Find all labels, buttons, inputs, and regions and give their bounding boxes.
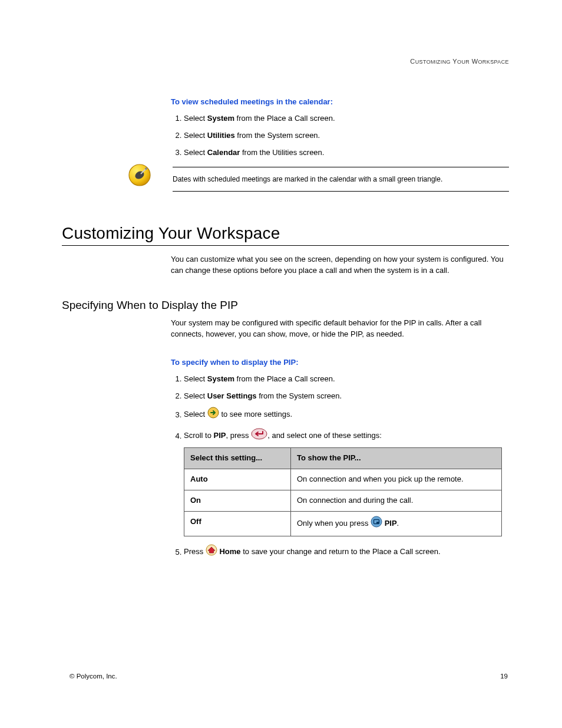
pip-intro: Your system may be configured with speci… — [171, 318, 509, 340]
section-heading: Customizing Your Workspace — [62, 224, 509, 246]
procedure-heading-pip: To specify when to display the PIP: — [171, 358, 509, 367]
calendar-step-2: Select Utilities from the System screen. — [184, 130, 509, 141]
subsection-heading: Specifying When to Display the PIP — [62, 299, 509, 312]
running-head-part2: OUR — [457, 59, 470, 65]
arrow-right-icon — [207, 407, 219, 422]
calendar-steps: Select System from the Place a Call scre… — [171, 113, 509, 159]
pip-step-5: Press Home to save your change and retur… — [184, 545, 509, 560]
running-head-part1: USTOMIZING — [415, 59, 451, 65]
home-icon — [206, 544, 217, 559]
pip-step-3: Select to see more settings. — [184, 407, 509, 423]
pip-steps: Select System from the Place a Call scre… — [171, 374, 509, 561]
pushpin-icon — [127, 162, 155, 190]
table-header-show: To show the PIP... — [291, 448, 502, 469]
procedure-heading-calendar: To view scheduled meetings in the calend… — [171, 97, 509, 106]
table-row: Off Only when you press PIP. — [184, 511, 502, 536]
pip-step-4: Scroll to PIP, press , and select one of… — [184, 429, 509, 536]
pip-button-icon — [371, 516, 382, 531]
svg-rect-8 — [376, 522, 379, 523]
table-row: On On connection and during the call. — [184, 490, 502, 511]
page-number: 19 — [500, 673, 508, 680]
calendar-step-1: Select System from the Place a Call scre… — [184, 113, 509, 124]
section-intro: You can customize what you see on the sc… — [171, 254, 509, 276]
table-row: Auto On connection and when you pick up … — [184, 469, 502, 490]
svg-point-3 — [145, 167, 147, 170]
pip-step-2: Select User Settings from the System scr… — [184, 391, 509, 402]
table-header-setting: Select this setting... — [184, 448, 291, 469]
footer-copyright: © Polycom, Inc. — [70, 673, 117, 680]
pip-settings-table: Select this setting... To show the PIP..… — [184, 447, 502, 536]
enter-icon — [251, 428, 267, 443]
calendar-step-3: Select Calendar from the Utilities scree… — [184, 147, 509, 159]
running-head-part3: ORKSPACE — [478, 59, 509, 65]
pip-step-1: Select System from the Place a Call scre… — [184, 374, 509, 385]
note-text: Dates with scheduled meetings are marked… — [173, 167, 509, 192]
